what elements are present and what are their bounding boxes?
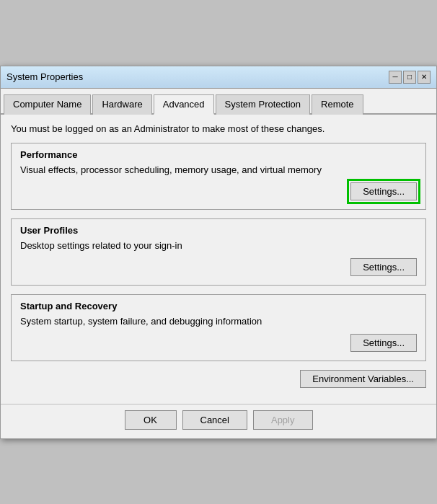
performance-title: Performance	[20, 149, 417, 160]
env-variables-row: Environment Variables...	[11, 370, 426, 388]
startup-recovery-title: Startup and Recovery	[20, 301, 417, 311]
performance-settings-row: Settings...	[20, 182, 417, 200]
performance-settings-button[interactable]: Settings...	[350, 182, 417, 200]
bottom-buttons: OK Cancel Apply	[1, 404, 436, 438]
user-profiles-section: User Profiles Desktop settings related t…	[11, 218, 426, 286]
tab-system-protection[interactable]: System Protection	[216, 94, 311, 115]
startup-recovery-settings-row: Settings...	[20, 334, 417, 352]
performance-section: Performance Visual effects, processor sc…	[11, 143, 426, 210]
user-profiles-title: User Profiles	[20, 225, 417, 236]
startup-recovery-section: Startup and Recovery System startup, sys…	[11, 294, 426, 361]
cancel-button[interactable]: Cancel	[182, 410, 247, 430]
performance-desc: Visual effects, processor scheduling, me…	[20, 164, 417, 175]
admin-notice: You must be logged on as an Administrato…	[11, 123, 426, 134]
content-area: You must be logged on as an Administrato…	[1, 115, 436, 404]
close-button[interactable]: ✕	[418, 71, 431, 84]
tab-hardware[interactable]: Hardware	[92, 94, 151, 115]
tab-advanced[interactable]: Advanced	[154, 94, 214, 115]
ok-button[interactable]: OK	[125, 410, 177, 430]
startup-recovery-desc: System startup, system failure, and debu…	[20, 316, 417, 327]
title-bar-controls: ─ □ ✕	[389, 71, 431, 84]
apply-button[interactable]: Apply	[253, 410, 313, 430]
tabs-container: Computer Name Hardware Advanced System P…	[1, 89, 436, 115]
maximize-button[interactable]: □	[403, 71, 416, 84]
tab-remote[interactable]: Remote	[312, 94, 363, 115]
startup-recovery-settings-button[interactable]: Settings...	[350, 334, 417, 352]
minimize-button[interactable]: ─	[389, 71, 402, 84]
tab-computer-name[interactable]: Computer Name	[4, 94, 91, 115]
user-profiles-settings-button[interactable]: Settings...	[350, 258, 417, 276]
user-profiles-desc: Desktop settings related to your sign-in	[20, 240, 417, 251]
user-profiles-settings-row: Settings...	[20, 258, 417, 276]
system-properties-window: System Properties ─ □ ✕ Computer Name Ha…	[0, 66, 437, 439]
environment-variables-button[interactable]: Environment Variables...	[300, 370, 426, 388]
window-title: System Properties	[6, 71, 83, 82]
title-bar: System Properties ─ □ ✕	[1, 66, 436, 89]
